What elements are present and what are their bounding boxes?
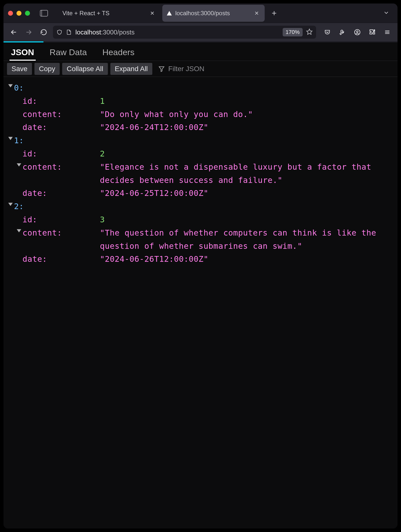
arrow-left-icon <box>10 29 17 36</box>
twisty-icon[interactable] <box>7 134 14 140</box>
browser-tab[interactable]: localhost:3000/posts × <box>162 5 265 22</box>
twisty-icon <box>15 253 22 255</box>
extensions-button[interactable] <box>367 26 378 38</box>
tab-favicon-icon <box>167 11 172 15</box>
svg-marker-11 <box>17 163 21 166</box>
twisty-icon <box>15 108 22 110</box>
page-icon <box>66 29 72 35</box>
nav-toolbar: localhost:3000/posts 170% <box>3 23 398 41</box>
sidebar-toggle-icon[interactable] <box>40 10 48 16</box>
collapse-all-button[interactable]: Collapse All <box>62 63 108 75</box>
json-key: date: <box>22 123 47 132</box>
tab-close-icon[interactable]: × <box>149 10 156 17</box>
tab-strip: Vite + React + TS × localhost:3000/posts… <box>58 3 380 23</box>
devtools-button[interactable] <box>337 26 348 38</box>
json-key-index: 1: <box>14 136 24 145</box>
twisty-icon <box>15 95 22 97</box>
toolbar-icons <box>322 26 393 38</box>
json-key: date: <box>22 254 47 264</box>
twisty-icon[interactable] <box>15 226 22 233</box>
save-button[interactable]: Save <box>7 63 32 75</box>
json-row: date: "2024-06-26T12:00:00Z" <box>7 253 394 266</box>
arrow-right-icon <box>25 29 32 36</box>
tab-json[interactable]: JSON <box>9 44 36 61</box>
svg-marker-12 <box>8 203 13 206</box>
json-action-bar: Save Copy Collapse All Expand All <box>3 61 398 77</box>
svg-marker-9 <box>8 84 13 88</box>
json-key: id: <box>22 96 37 106</box>
url-host: localhost <box>75 28 101 36</box>
json-value: "Do only what only you can do." <box>100 110 253 119</box>
json-key: date: <box>22 188 47 198</box>
shield-icon <box>56 29 62 35</box>
json-tree[interactable]: 0: id: 1 content: "Do only what only you… <box>3 77 398 529</box>
titlebar: Vite + React + TS × localhost:3000/posts… <box>3 3 398 23</box>
json-row: date: "2024-06-24T12:00:00Z" <box>7 121 394 134</box>
bookmark-button[interactable] <box>306 28 313 36</box>
new-tab-button[interactable]: + <box>267 8 282 18</box>
hamburger-icon <box>384 29 391 35</box>
account-button[interactable] <box>352 26 363 38</box>
nav-back-button[interactable] <box>8 26 19 38</box>
twisty-icon <box>15 187 22 189</box>
funnel-icon <box>158 66 165 72</box>
star-icon <box>306 28 313 35</box>
browser-tab[interactable]: Vite + React + TS × <box>58 5 160 22</box>
json-row: 2: <box>7 200 394 213</box>
json-row: id: 3 <box>7 213 394 226</box>
json-value: "Elegance is not a dispensable luxury bu… <box>100 162 371 185</box>
nav-forward-button[interactable] <box>23 26 34 38</box>
json-key-index: 2: <box>14 202 24 211</box>
url-bar[interactable]: localhost:3000/posts 170% <box>53 26 316 39</box>
tab-raw-data[interactable]: Raw Data <box>48 44 88 61</box>
twisty-icon <box>15 213 22 215</box>
expand-all-button[interactable]: Expand All <box>110 63 152 75</box>
twisty-icon[interactable] <box>7 200 14 206</box>
twisty-icon[interactable] <box>15 160 22 167</box>
json-key: content: <box>22 228 62 238</box>
json-value: "2024-06-26T12:00:00Z" <box>100 254 208 264</box>
json-row: id: 2 <box>7 147 394 160</box>
json-value: 1 <box>100 96 105 106</box>
json-row: id: 1 <box>7 95 394 108</box>
reload-icon <box>40 29 47 36</box>
svg-marker-8 <box>159 67 164 72</box>
twisty-icon <box>15 121 22 123</box>
pocket-button[interactable] <box>322 26 333 38</box>
traffic-lights <box>8 11 30 16</box>
twisty-icon <box>15 147 22 149</box>
json-row: content: "The question of whether comput… <box>7 226 394 253</box>
svg-marker-2 <box>307 29 312 34</box>
svg-marker-10 <box>8 137 13 140</box>
tab-label: Vite + React + TS <box>62 10 149 17</box>
json-key: id: <box>22 215 37 224</box>
window-close[interactable] <box>8 11 13 16</box>
window-zoom[interactable] <box>25 11 30 16</box>
tab-close-icon[interactable]: × <box>253 10 260 17</box>
tab-overflow-button[interactable] <box>380 9 393 17</box>
window-minimize[interactable] <box>16 11 21 16</box>
json-value: 2 <box>100 149 105 158</box>
tab-headers[interactable]: Headers <box>101 44 136 61</box>
json-row: content: "Elegance is not a dispensable … <box>7 160 394 187</box>
twisty-icon[interactable] <box>7 81 14 88</box>
puzzle-icon <box>369 29 376 35</box>
zoom-badge[interactable]: 170% <box>283 28 303 36</box>
tab-label: localhost:3000/posts <box>175 10 253 17</box>
json-row: date: "2024-06-25T12:00:00Z" <box>7 187 394 200</box>
json-row: 0: <box>7 81 394 95</box>
json-key: id: <box>22 149 37 158</box>
account-icon <box>354 29 361 35</box>
pocket-icon <box>324 29 331 35</box>
nav-reload-button[interactable] <box>38 26 49 38</box>
json-row: 1: <box>7 134 394 147</box>
json-key: content: <box>22 162 62 172</box>
svg-point-4 <box>357 31 358 32</box>
copy-button[interactable]: Copy <box>34 63 60 75</box>
url-text: localhost:3000/posts <box>75 28 279 36</box>
app-menu-button[interactable] <box>382 26 393 38</box>
svg-marker-13 <box>17 229 21 232</box>
browser-window: Vite + React + TS × localhost:3000/posts… <box>3 3 398 529</box>
filter-input[interactable] <box>168 65 258 73</box>
json-key: content: <box>22 110 62 119</box>
